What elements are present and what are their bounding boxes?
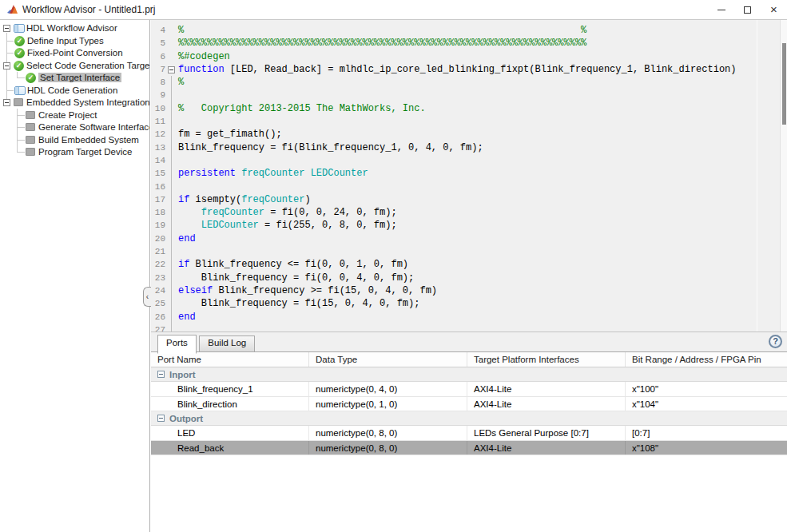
- code-line: 11: [151, 115, 787, 128]
- minimize-icon: [717, 10, 725, 10]
- code-line: 27: [151, 324, 787, 332]
- code-line: 10% Copyright 2013-2015 The MathWorks, I…: [151, 102, 787, 115]
- fold-column: [165, 219, 178, 232]
- fold-column: [165, 206, 178, 219]
- check-icon: ✓: [14, 48, 25, 58]
- tree-collapse-icon[interactable]: [3, 25, 10, 32]
- code-text[interactable]: % Copyright 2013-2015 The MathWorks, Inc…: [178, 102, 426, 115]
- code-line: 16: [151, 181, 787, 193]
- fold-toggle-icon[interactable]: [168, 66, 175, 73]
- line-number: 7: [151, 63, 165, 76]
- code-text[interactable]: if isempty(freqCounter): [178, 193, 311, 206]
- line-number: 18: [151, 206, 165, 219]
- tree-item-build-embedded-system[interactable]: Build Embedded System: [0, 134, 149, 147]
- title-bar: Workflow Advisor - Untitled1.prj ×: [0, 0, 787, 19]
- line-number: 14: [151, 154, 165, 167]
- column-header-target-platform-interfaces[interactable]: Target Platform Interfaces: [467, 352, 626, 367]
- line-number: 6: [151, 50, 165, 63]
- tree-item-fixed-point-conversion[interactable]: ✓Fixed-Point Conversion: [0, 47, 149, 60]
- port-group-row-inport[interactable]: Inport: [151, 367, 787, 382]
- code-text[interactable]: %#codegen: [178, 50, 230, 63]
- matlab-logo-icon: [7, 4, 18, 15]
- close-button[interactable]: ×: [761, 0, 787, 19]
- tree-item-define-input-types[interactable]: ✓Define Input Types: [0, 35, 149, 48]
- maximize-button[interactable]: [734, 0, 761, 19]
- tree-collapse-icon[interactable]: [3, 99, 10, 106]
- code-line: 17if isempty(freqCounter): [151, 193, 787, 206]
- cell-bit-range: [0:7]: [626, 426, 787, 440]
- tree-item-select-code-generation-target[interactable]: ✓Select Code Generation Target: [0, 60, 149, 73]
- group-collapse-icon[interactable]: [157, 415, 165, 422]
- fold-column: [165, 258, 178, 271]
- fold-column: [165, 272, 178, 284]
- column-header-data-type[interactable]: Data Type: [309, 352, 467, 367]
- code-text[interactable]: elseif Blink_frequency >= fi(15, 0, 4, 0…: [178, 284, 437, 297]
- tree-item-generate-software-interface[interactable]: Generate Software Interface: [0, 121, 149, 134]
- group-collapse-icon[interactable]: [157, 371, 165, 378]
- fold-column: [165, 193, 178, 206]
- line-number: 5: [151, 37, 165, 50]
- cell-interface: AXI4-Lite: [467, 382, 626, 396]
- code-line: 25 Blink_frequency = fi(15, 0, 4, 0, fm)…: [151, 297, 787, 310]
- fold-column: [165, 284, 178, 297]
- port-row-read_back[interactable]: Read_backnumerictype(0, 8, 0)AXI4-Litex"…: [151, 441, 787, 456]
- cell-interface: LEDs General Purpose [0:7]: [467, 426, 626, 440]
- code-text[interactable]: end: [178, 311, 196, 324]
- tab-ports[interactable]: Ports: [157, 335, 197, 354]
- tree-item-set-target-interface[interactable]: ✓Set Target Interface: [0, 72, 149, 85]
- code-text[interactable]: Blink_frequency = fi(15, 0, 4, 0, fm);: [178, 297, 419, 310]
- close-icon: ×: [770, 6, 777, 14]
- code-line: 9: [151, 89, 787, 101]
- code-text[interactable]: persistent freqCounter LEDCounter: [178, 167, 368, 180]
- code-line: 24elseif Blink_frequency >= fi(15, 0, 4,…: [151, 284, 787, 297]
- port-group-row-outport[interactable]: Outport: [151, 411, 787, 426]
- line-number: 20: [151, 232, 165, 245]
- code-text[interactable]: %%%%%%%%%%%%%%%%%%%%%%%%%%%%%%%%%%%%%%%%…: [178, 37, 586, 50]
- minimize-button[interactable]: [708, 0, 734, 19]
- fold-column: [165, 128, 178, 141]
- line-number: 16: [151, 181, 165, 193]
- code-lines: 4% %5%%%%%%%%%%%%%%%%%%%%%%%%%%%%%%%%%%%…: [151, 20, 787, 332]
- code-text[interactable]: fm = get_fimath();: [178, 128, 282, 141]
- tree-item-embedded-system-integration[interactable]: Embedded System Integration: [0, 97, 149, 109]
- panel-collapse-handle[interactable]: ‹: [143, 287, 151, 307]
- cell-port-name: Read_back: [151, 441, 309, 455]
- tree-item-hdl-workflow-advisor[interactable]: HDL Workflow Advisor: [0, 22, 149, 35]
- line-number: 11: [151, 115, 165, 128]
- tree-item-label: Select Code Generation Target: [26, 61, 150, 70]
- line-number: 13: [151, 141, 165, 154]
- fold-column: [165, 37, 178, 50]
- code-line: 8%: [151, 76, 787, 89]
- cell-bit-range: x"104": [626, 397, 787, 411]
- code-text[interactable]: Blink_frequency = fi(Blink_frequency_1, …: [178, 141, 483, 154]
- tree-item-program-target-device[interactable]: Program Target Device: [0, 146, 149, 159]
- column-header-bit-range[interactable]: Bit Range / Address / FPGA Pin: [626, 352, 787, 367]
- cell-bit-range: x"108": [626, 441, 787, 455]
- code-text[interactable]: end: [178, 232, 196, 245]
- help-button[interactable]: ?: [769, 335, 782, 348]
- port-row-led[interactable]: LEDnumerictype(0, 8, 0)LEDs General Purp…: [151, 426, 787, 441]
- line-number: 23: [151, 272, 165, 284]
- code-text[interactable]: Blink_frequency = fi(0, 0, 4, 0, fm);: [178, 272, 414, 284]
- code-text[interactable]: freqCounter = fi(0, 0, 24, 0, fm);: [178, 206, 397, 219]
- code-text[interactable]: if Blink_frequency <= fi(0, 0, 1, 0, fm): [178, 258, 408, 271]
- code-editor[interactable]: 4% %5%%%%%%%%%%%%%%%%%%%%%%%%%%%%%%%%%%%…: [151, 20, 787, 332]
- tree-collapse-icon[interactable]: [3, 62, 10, 69]
- code-text[interactable]: function [LED, Read_back] = mlhdlc_ip_co…: [178, 63, 737, 76]
- line-number: 27: [151, 324, 165, 332]
- vertical-scrollbar[interactable]: [780, 20, 787, 332]
- tree-item-label: Generate Software Interface: [38, 122, 150, 132]
- tree-item-label: Build Embedded System: [38, 135, 139, 145]
- scrollbar-thumb[interactable]: [782, 43, 786, 125]
- column-header-port-name[interactable]: Port Name: [151, 352, 309, 367]
- tree-item-hdl-code-generation[interactable]: HDL Code Generation: [0, 85, 149, 97]
- tab-build-log[interactable]: Build Log: [199, 335, 255, 352]
- code-text[interactable]: LEDCounter = fi(255, 0, 8, 0, fm);: [178, 219, 397, 232]
- code-line: 6%#codegen: [151, 50, 787, 63]
- code-text[interactable]: %: [178, 76, 184, 89]
- port-row-blink_frequency_1[interactable]: Blink_frequency_1numerictype(0, 4, 0)AXI…: [151, 382, 787, 397]
- port-row-blink_direction[interactable]: Blink_directionnumerictype(0, 1, 0)AXI4-…: [151, 397, 787, 412]
- code-text[interactable]: % %: [178, 24, 586, 37]
- tree-item-create-project[interactable]: Create Project: [0, 109, 149, 122]
- window-content: HDL Workflow Advisor✓Define Input Types✓…: [0, 19, 787, 532]
